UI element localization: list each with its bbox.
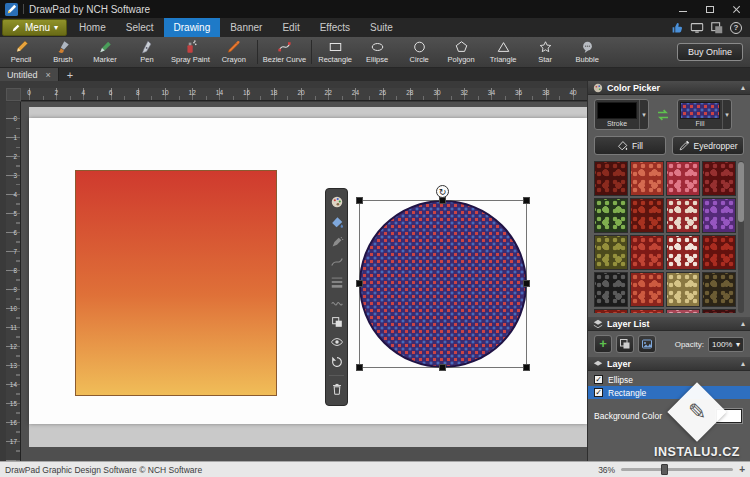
layer-visibility-checkbox[interactable]: ✓ (594, 375, 603, 384)
canvas-viewport[interactable]: ↻ (21, 102, 587, 461)
buy-online-button[interactable]: Buy Online (677, 43, 743, 61)
layer-list-header[interactable]: Layer List ▴ (588, 317, 750, 331)
fill-bucket-icon[interactable] (328, 214, 345, 231)
airbrush-icon[interactable] (328, 234, 345, 251)
duplicate-layer-button[interactable] (616, 335, 634, 353)
tool-ellipse[interactable]: Ellipse (356, 37, 398, 67)
texture-swatch[interactable] (666, 309, 700, 313)
texture-swatch[interactable] (594, 198, 628, 233)
tool-pen[interactable]: Pen (126, 37, 168, 67)
tool-bubble[interactable]: Bubble (566, 37, 608, 67)
texture-swatch[interactable] (666, 198, 700, 233)
fill-button[interactable]: Fill (594, 136, 666, 155)
add-layer-button[interactable]: + (594, 335, 612, 353)
selection-handle-ne[interactable] (523, 197, 530, 204)
capture-icon[interactable] (690, 21, 704, 34)
tool-brush[interactable]: Brush (42, 37, 84, 67)
help-icon[interactable]: ? (730, 22, 742, 34)
opacity-dropdown[interactable]: 100% ▾ (708, 337, 744, 352)
texture-swatch[interactable] (702, 309, 736, 313)
eyedropper-button[interactable]: Eyedropper (672, 136, 744, 155)
ruler-origin-button[interactable] (6, 88, 21, 101)
close-button[interactable] (723, 0, 750, 18)
swap-stroke-fill-icon[interactable] (654, 106, 672, 124)
selection-handle-se[interactable] (523, 364, 530, 371)
tool-star[interactable]: Star (524, 37, 566, 67)
maximize-button[interactable] (696, 0, 723, 18)
vertical-ruler[interactable]: 01234567891011121314151617 (6, 102, 21, 461)
smooth-icon[interactable] (328, 294, 345, 311)
layer-row[interactable]: ✓ Ellipse (588, 373, 750, 386)
texture-swatch[interactable] (666, 161, 700, 196)
fill-swatch-button[interactable]: Fill ▾ (677, 99, 732, 130)
tool-marker[interactable]: Marker (84, 37, 126, 67)
new-tab-button[interactable]: + (59, 68, 81, 81)
minimize-button[interactable] (669, 0, 696, 18)
texture-swatch[interactable] (702, 272, 736, 307)
texture-swatch[interactable] (702, 235, 736, 270)
zoom-in-icon[interactable]: + (739, 464, 745, 475)
window-icon[interactable] (710, 21, 724, 34)
palette-icon[interactable] (328, 194, 345, 211)
tab-close-icon[interactable]: × (46, 70, 51, 80)
texture-swatch[interactable] (702, 161, 736, 196)
collapse-chevron-icon[interactable]: ▴ (741, 83, 745, 92)
texture-scrollbar[interactable] (738, 161, 744, 313)
zoom-slider[interactable] (621, 468, 733, 471)
ribbon-tab[interactable]: Effects (310, 18, 360, 37)
texture-swatch[interactable] (594, 161, 628, 196)
selection-handle-n[interactable] (439, 197, 446, 204)
texture-swatch[interactable] (594, 272, 628, 307)
horizontal-ruler[interactable]: 0246810121416182022242628303234363840 (21, 88, 587, 101)
texture-swatch[interactable] (630, 161, 664, 196)
ribbon-tab[interactable]: Suite (360, 18, 403, 37)
trash-icon[interactable] (328, 381, 345, 398)
texture-swatch[interactable] (630, 272, 664, 307)
line-width-icon[interactable] (328, 274, 345, 291)
texture-swatch[interactable] (594, 309, 628, 313)
selection-handle-sw[interactable] (356, 364, 363, 371)
fill-dropdown-icon[interactable]: ▾ (722, 100, 731, 129)
texture-swatch[interactable] (594, 235, 628, 270)
like-icon[interactable] (670, 21, 684, 34)
tool-bezier-curve[interactable]: Bezier Curve (260, 37, 309, 67)
selection-handle-w[interactable] (356, 280, 363, 287)
selection-handle-nw[interactable] (356, 197, 363, 204)
tool-triangle[interactable]: Triangle (482, 37, 524, 67)
merge-layer-button[interactable] (638, 335, 656, 353)
tool-circle[interactable]: Circle (398, 37, 440, 67)
rectangle-shape[interactable] (75, 170, 277, 396)
arrange-icon[interactable] (328, 314, 345, 331)
tool-rectangle[interactable]: Rectangle (314, 37, 356, 67)
document-tab-untitled[interactable]: Untitled × (0, 68, 59, 81)
collapse-chevron-icon[interactable]: ▴ (741, 319, 745, 328)
collapse-chevron-icon[interactable]: ▴ (741, 359, 745, 368)
zoom-slider-thumb[interactable] (661, 464, 668, 475)
rotate-object-icon[interactable] (328, 354, 345, 371)
selection-handle-s[interactable] (439, 364, 446, 371)
texture-swatch[interactable] (630, 198, 664, 233)
stroke-dropdown-icon[interactable]: ▾ (639, 100, 648, 129)
tool-pencil[interactable]: Pencil (0, 37, 42, 67)
ribbon-tab[interactable]: Drawing (164, 18, 221, 37)
visibility-eye-icon[interactable] (328, 334, 345, 351)
menu-button[interactable]: Menu ▾ (2, 19, 67, 36)
ribbon-tab[interactable]: Select (116, 18, 164, 37)
color-picker-header[interactable]: Color Picker ▴ (588, 81, 750, 95)
selection-box[interactable]: ↻ (359, 200, 527, 368)
selection-handle-e[interactable] (523, 280, 530, 287)
layer-header[interactable]: Layer ▴ (588, 357, 750, 371)
texture-swatch[interactable] (702, 198, 736, 233)
layer-visibility-checkbox[interactable]: ✓ (594, 388, 603, 397)
tool-polygon[interactable]: Polygon (440, 37, 482, 67)
curve-icon[interactable] (328, 254, 345, 271)
texture-scrollbar-thumb[interactable] (738, 162, 744, 222)
texture-swatch[interactable] (630, 309, 664, 313)
stroke-swatch-button[interactable]: Stroke ▾ (594, 99, 649, 130)
texture-swatch[interactable] (630, 235, 664, 270)
ribbon-tab[interactable]: Edit (272, 18, 309, 37)
tool-crayon[interactable]: Crayon (213, 37, 255, 67)
ribbon-tab[interactable]: Home (69, 18, 116, 37)
ribbon-tab[interactable]: Banner (220, 18, 272, 37)
texture-swatch[interactable] (666, 272, 700, 307)
